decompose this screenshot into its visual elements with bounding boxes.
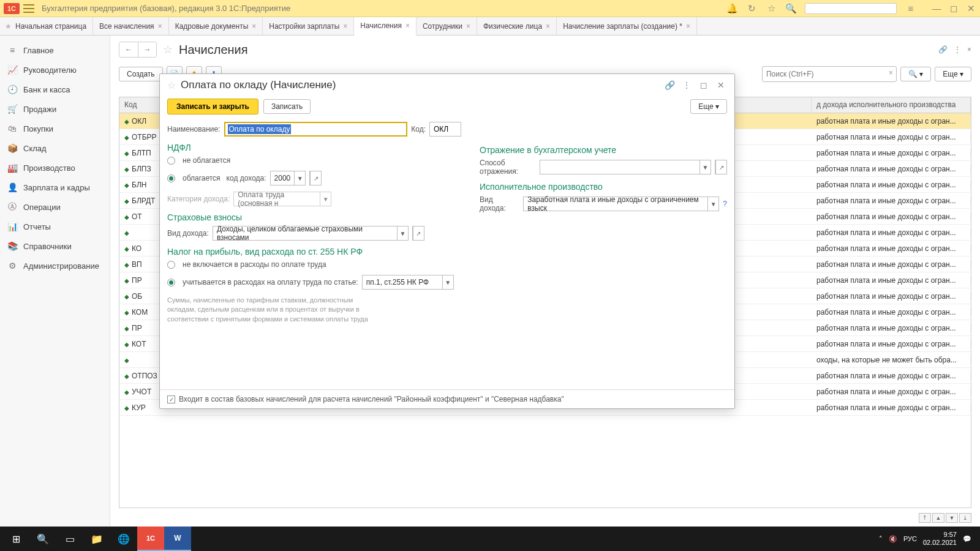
scroll-controls: ⤒ ▲ ▼ ⤓ [919,513,971,523]
more-icon[interactable]: ⋮ [954,45,961,54]
more-icon[interactable]: ⋮ [680,80,693,90]
tab-employees[interactable]: Сотрудники× [417,17,477,35]
tray-expand-icon[interactable]: ˄ [879,535,883,543]
search-icon[interactable]: 🔍 [785,3,796,14]
sidebar-item-admin[interactable]: ⚙Администрирование [0,256,110,276]
base-accrual-checkbox[interactable]: ✓ [167,395,175,403]
search-input[interactable] [762,66,897,82]
column-header-income[interactable]: д дохода исполнительного производства [812,97,971,113]
tab-label: Все начисления [99,22,154,31]
tab-hr-docs[interactable]: Кадровые документы× [169,17,263,35]
scroll-bottom-button[interactable]: ⤓ [959,513,971,523]
lang-indicator[interactable]: РУС [903,535,917,542]
tab-home[interactable]: ★Начальная страница [0,17,93,35]
reflection-combo[interactable]: ▼ [540,160,711,174]
bell-icon[interactable]: 🔔 [726,3,737,14]
notifications-icon[interactable]: 💬 [963,535,971,543]
chrome-button[interactable]: 🌐 [110,527,137,551]
sidebar-item-sales[interactable]: 🛒Продажи [0,99,110,119]
close-icon[interactable]: ✕ [715,80,727,90]
search-dropdown-button[interactable]: 🔍 ▾ [900,67,931,81]
explorer-button[interactable]: 📁 [83,527,110,551]
name-input[interactable]: Оплата по окладу [224,122,408,137]
word-button[interactable]: W [164,527,191,551]
sidebar-item-handbooks[interactable]: 📚Справочники [0,236,110,256]
ndfl-yes-label: облагается [183,174,221,182]
code-input[interactable] [429,122,461,137]
start-button[interactable]: ⊞ [2,527,29,551]
close-page-icon[interactable]: × [967,45,971,54]
profit-article-combo[interactable]: пп.1, ст.255 НК РФ▼ [362,275,454,290]
filter-icon[interactable]: ≡ [905,3,916,14]
maximize-button[interactable]: ◻ [948,3,959,14]
category-combo[interactable]: Оплата труда (основная н▼ [233,192,331,206]
maximize-icon[interactable]: ◻ [698,80,710,90]
link-icon[interactable]: 🔗 [938,45,948,54]
history-icon[interactable]: ↻ [746,3,757,14]
clock[interactable]: 9:5702.02.2021 [923,531,957,547]
reflection-open[interactable]: ↗ [715,160,727,174]
tab-salary-settings[interactable]: Настройки зарплаты× [263,17,354,35]
help-icon[interactable]: ? [723,200,727,208]
income-type-open[interactable]: ↗ [412,226,424,241]
minimize-button[interactable]: — [931,3,942,14]
sidebar-item-main[interactable]: ≡Главное [0,40,110,60]
title-search-input[interactable] [805,3,897,14]
sidebar-label: Администрирование [23,261,99,271]
dialog-title: Оплата по окладу (Начисление) [181,79,658,91]
enf-type-combo[interactable]: Заработная плата и иные доходы с огранич… [523,197,719,211]
taskview-button[interactable]: ▭ [56,527,83,551]
sidebar-item-purchases[interactable]: 🛍Покупки [0,119,110,138]
sidebar-item-bank[interactable]: 🕘Банк и касса [0,80,110,99]
star-icon[interactable]: ☆ [766,3,777,14]
more-button[interactable]: Еще ▾ [935,67,971,81]
search-button[interactable]: 🔍 [29,527,56,551]
close-button[interactable]: ✕ [965,3,976,14]
close-icon[interactable]: × [405,21,410,30]
tab-individuals[interactable]: Физические лица× [477,17,557,35]
volume-icon[interactable]: 🔇 [889,535,897,543]
close-icon[interactable]: × [343,22,347,31]
close-icon[interactable]: × [686,22,690,31]
clear-icon[interactable]: × [889,69,893,77]
hamburger-icon[interactable] [23,4,34,13]
forward-button[interactable]: → [138,42,156,57]
menu-icon: ≡ [7,45,17,55]
sidebar-item-salary[interactable]: 👤Зарплата и кадры [0,178,110,197]
save-button[interactable]: Записать [263,99,311,114]
profit-no-radio[interactable] [167,261,175,269]
back-button[interactable]: ← [119,42,138,57]
tab-label: Начисления [360,21,402,30]
create-button[interactable]: Создать [119,67,163,81]
sidebar-item-warehouse[interactable]: 📦Склад [0,138,110,158]
sidebar-item-reports[interactable]: 📊Отчеты [0,217,110,236]
ndfl-no-radio[interactable] [167,157,175,165]
tab-accruals[interactable]: Начисления× [354,17,417,36]
sidebar-label: Главное [23,46,54,55]
1c-button[interactable]: 1C [137,527,164,551]
save-close-button[interactable]: Записать и закрыть [167,99,258,114]
tab-salary-calc[interactable]: Начисление зарплаты (создание) *× [557,17,697,35]
income-code-open[interactable]: ↗ [309,171,322,186]
scroll-top-button[interactable]: ⤒ [919,513,931,523]
close-icon[interactable]: × [252,22,256,31]
ndfl-yes-radio[interactable] [167,174,175,182]
close-icon[interactable]: × [546,22,550,31]
favorite-icon[interactable]: ☆ [167,80,176,91]
close-icon[interactable]: × [158,22,162,31]
income-code-combo[interactable]: 2000▼ [270,171,306,186]
tab-all-accruals[interactable]: Все начисления× [93,17,169,35]
dialog-more-button[interactable]: Еще ▾ [690,99,727,114]
favorite-icon[interactable]: ☆ [163,43,173,56]
profit-yes-radio[interactable] [167,279,175,287]
link-icon[interactable]: 🔗 [663,80,676,90]
scroll-down-button[interactable]: ▼ [946,513,958,523]
close-icon[interactable]: × [466,22,470,31]
income-type-combo[interactable]: Доходы, целиком облагаемые страховыми вз… [213,226,409,241]
sidebar-item-production[interactable]: 🏭Производство [0,158,110,178]
sidebar-item-operations[interactable]: ⒶОперации [0,197,110,217]
profit-hint: Суммы, начисленные по тарифным ставкам, … [167,296,375,324]
enf-type-label: Вид дохода: [480,195,519,212]
scroll-up-button[interactable]: ▲ [932,513,944,523]
sidebar-item-manager[interactable]: 📈Руководителю [0,60,110,80]
